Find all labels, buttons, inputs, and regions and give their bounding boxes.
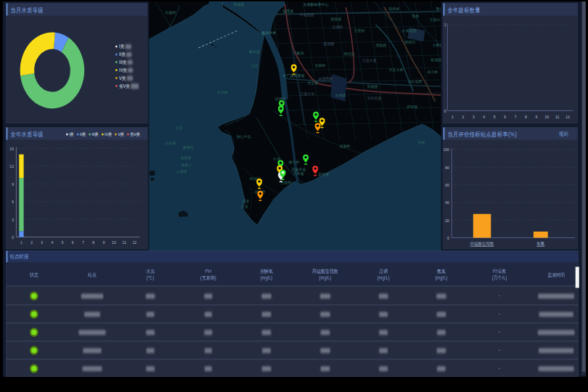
- svg-text:小白花桥: 小白花桥: [407, 79, 422, 84]
- svg-text:1: 1: [444, 23, 446, 27]
- svg-text:10: 10: [544, 115, 549, 119]
- svg-text:9: 9: [102, 240, 105, 245]
- svg-text:陆典桥: 陆典桥: [388, 7, 399, 11]
- svg-text:五湖大道: 五湖大道: [429, 17, 441, 22]
- svg-text:白石里: 白石里: [165, 141, 176, 146]
- svg-text:太湖新体育中心: 太湖新体育中心: [303, 2, 328, 7]
- svg-text:鱼桥: 鱼桥: [417, 140, 425, 144]
- svg-text:机场路: 机场路: [430, 57, 441, 62]
- svg-text:滨湖区: 滨湖区: [332, 25, 343, 30]
- svg-text:80: 80: [445, 165, 449, 169]
- svg-text:9: 9: [12, 181, 14, 186]
- svg-text:11: 11: [122, 240, 126, 245]
- svg-text:60: 60: [445, 183, 449, 187]
- svg-text:湖山半岛: 湖山半岛: [236, 134, 250, 139]
- svg-text:江南大学: 江南大学: [300, 91, 314, 97]
- svg-text:0: 0: [444, 109, 446, 113]
- svg-text:吴都路: 吴都路: [367, 84, 377, 89]
- svg-text:鼋头渚: 鼋头渚: [248, 49, 259, 54]
- svg-text:蠡湖大桥: 蠡湖大桥: [261, 30, 276, 35]
- svg-text:12: 12: [132, 240, 136, 245]
- svg-text:心湖渚: 心湖渚: [175, 169, 187, 174]
- svg-text:11: 11: [555, 115, 559, 119]
- svg-text:群家里: 群家里: [318, 172, 329, 176]
- svg-text:查桥: 查桥: [412, 14, 419, 18]
- svg-text:沈家: 沈家: [242, 199, 249, 204]
- svg-text:9: 9: [536, 115, 538, 119]
- svg-text:祝塘桥: 祝塘桥: [339, 144, 350, 149]
- svg-text:邓家庄: 邓家庄: [404, 40, 415, 44]
- svg-text:南泰上: 南泰上: [181, 163, 192, 167]
- svg-text:7: 7: [515, 115, 517, 119]
- svg-text:隆亭: 隆亭: [436, 7, 441, 11]
- svg-text:100: 100: [443, 147, 449, 152]
- svg-text:东跳里: 东跳里: [180, 155, 191, 160]
- svg-text:大浮: 大浮: [175, 126, 182, 131]
- svg-text:40: 40: [445, 200, 449, 205]
- svg-text:艺术馆: 艺术馆: [293, 171, 303, 176]
- svg-text:薛家里: 薛家里: [407, 105, 417, 109]
- svg-text:4: 4: [483, 115, 485, 119]
- svg-text:氨氮: 氨氮: [536, 241, 544, 247]
- svg-text:大桥新村: 大桥新村: [432, 43, 441, 48]
- svg-text:2: 2: [462, 115, 465, 119]
- svg-text:中南西路: 中南西路: [299, 12, 314, 17]
- svg-text:3: 3: [473, 115, 475, 119]
- svg-text:8: 8: [525, 115, 527, 119]
- svg-text:华庄街道: 华庄街道: [367, 96, 381, 101]
- svg-text:万水: 万水: [250, 63, 258, 68]
- svg-text:稻香路: 稻香路: [330, 17, 341, 22]
- svg-text:石塘桥: 石塘桥: [165, 10, 176, 15]
- svg-text:天安大桥: 天安大桥: [388, 68, 403, 72]
- svg-text:立信大道: 立信大道: [362, 58, 376, 63]
- svg-text:北渠桥: 北渠桥: [314, 63, 325, 68]
- svg-text:0: 0: [12, 235, 14, 240]
- svg-text:梁清路: 梁清路: [323, 41, 334, 46]
- svg-text:高锰酸盐指数: 高锰酸盐指数: [470, 241, 494, 248]
- svg-text:6: 6: [504, 115, 506, 119]
- svg-text:周泾浜: 周泾浜: [343, 52, 354, 57]
- svg-text:渔港路: 渔港路: [233, 2, 244, 7]
- svg-text:12: 12: [565, 115, 570, 119]
- svg-text:1: 1: [452, 115, 454, 119]
- svg-text:五星村: 五星村: [354, 28, 364, 33]
- svg-text:6: 6: [72, 240, 74, 245]
- svg-text:5: 5: [62, 240, 64, 245]
- svg-text:大浮镇: 大浮镇: [216, 90, 227, 95]
- svg-text:千蠡湖: 千蠡湖: [293, 51, 303, 55]
- svg-text:太湖花园: 太湖花园: [401, 28, 416, 33]
- svg-text:九洑: 九洑: [240, 204, 248, 209]
- svg-text:隐秀路: 隐秀路: [282, 9, 293, 14]
- svg-text:5: 5: [494, 115, 496, 119]
- svg-text:8: 8: [92, 240, 94, 245]
- svg-text:3: 3: [12, 217, 14, 221]
- svg-text:北定桥: 北定桥: [307, 81, 318, 86]
- svg-text:4: 4: [52, 240, 54, 245]
- svg-text:20: 20: [445, 218, 449, 222]
- svg-text:1: 1: [20, 240, 23, 245]
- svg-text:3: 3: [41, 240, 43, 245]
- svg-text:12: 12: [9, 164, 14, 168]
- svg-text:0: 0: [447, 236, 449, 240]
- svg-text:寿贝桥: 寿贝桥: [427, 70, 438, 74]
- svg-text:10: 10: [112, 240, 116, 245]
- svg-text:15: 15: [9, 147, 14, 151]
- svg-text:高浪西路: 高浪西路: [318, 76, 332, 81]
- svg-text:7: 7: [82, 240, 84, 245]
- svg-text:清扬路: 清扬路: [375, 43, 386, 48]
- svg-text:6: 6: [12, 200, 14, 204]
- svg-text:吉杨桥: 吉杨桥: [280, 180, 291, 185]
- svg-text:移生桥: 移生桥: [288, 160, 299, 165]
- svg-text:金城路: 金城路: [335, 93, 346, 97]
- svg-text:龙寺坞: 龙寺坞: [182, 145, 193, 150]
- svg-text:2: 2: [30, 240, 33, 245]
